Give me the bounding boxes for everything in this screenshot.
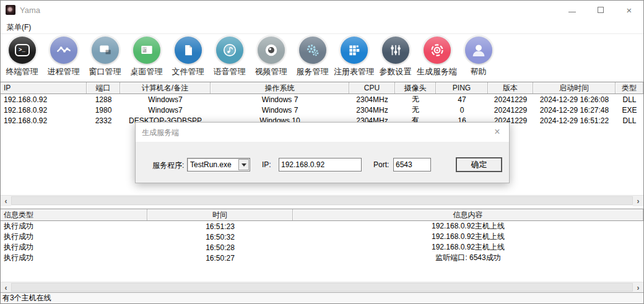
service-program-select[interactable]: TestRun.exe bbox=[187, 158, 250, 172]
person-icon bbox=[465, 37, 492, 64]
camera-eye-icon bbox=[258, 37, 285, 64]
toolbar-audio-management[interactable]: 语音管理 bbox=[209, 37, 250, 77]
column-header-computer-name[interactable]: 计算机名/备注 bbox=[120, 82, 211, 93]
toolbar-video-management[interactable]: 视频管理 bbox=[250, 37, 292, 77]
terminal-icon: >_ bbox=[9, 37, 36, 64]
toolbar-registry-management[interactable]: 注册表管理 bbox=[333, 37, 375, 77]
log-row[interactable]: 执行成功 16:51:23 192.168.0.92主机上线 bbox=[1, 221, 643, 232]
hosts-table-header: IP 端口 计算机名/备注 操作系统 CPU 摄像头 PING 版本 启动时间 … bbox=[1, 82, 643, 94]
toolbar-process-management[interactable]: 进程管理 bbox=[43, 37, 84, 77]
ok-button[interactable]: 确定 bbox=[456, 157, 502, 172]
port-field[interactable] bbox=[393, 158, 431, 172]
column-header-message-content[interactable]: 信息内容 bbox=[293, 209, 643, 220]
toolbar-help[interactable]: 帮助 bbox=[458, 37, 499, 77]
scroll-right-icon[interactable]: › bbox=[633, 196, 643, 206]
target-icon bbox=[424, 37, 451, 64]
maximize-button[interactable] bbox=[586, 1, 615, 19]
toolbar-desktop-management[interactable]: 桌面管理 bbox=[126, 37, 167, 77]
column-header-ip[interactable]: IP bbox=[1, 82, 87, 93]
scroll-right-icon[interactable]: › bbox=[633, 282, 643, 293]
maximize-icon bbox=[598, 7, 604, 13]
combo-dropdown-button[interactable] bbox=[238, 159, 249, 170]
title-bar: Yama × bbox=[1, 1, 643, 19]
port-label: Port: bbox=[373, 160, 389, 169]
toolbar-terminal-management[interactable]: >_ 终端管理 bbox=[1, 37, 43, 77]
close-icon: × bbox=[627, 6, 632, 15]
minimize-icon bbox=[568, 12, 576, 12]
app-title: Yama bbox=[20, 6, 40, 15]
hosts-horizontal-scrollbar[interactable]: ‹ › bbox=[1, 195, 643, 206]
ip-field[interactable] bbox=[279, 158, 362, 172]
log-table: 信息类型 时间 信息内容 执行成功 16:51:23 192.168.0.92主… bbox=[1, 209, 643, 281]
column-header-camera[interactable]: 摄像头 bbox=[395, 82, 436, 93]
dialog-close-icon[interactable]: × bbox=[490, 125, 504, 139]
registry-grid-icon bbox=[341, 37, 368, 64]
scrollbar-thumb[interactable] bbox=[11, 283, 633, 292]
dialog-body: 服务程序: TestRun.exe IP: Port: 确定 bbox=[136, 142, 509, 183]
toolbar: >_ 终端管理 进程管理 窗口管理 桌面管理 文件管理 bbox=[1, 33, 643, 82]
process-activity-icon bbox=[50, 37, 77, 64]
scrollbar-thumb[interactable] bbox=[11, 196, 633, 205]
column-header-type[interactable]: 类型 bbox=[616, 82, 643, 93]
sliders-icon bbox=[382, 37, 409, 64]
dialog-title: 生成服务端 bbox=[142, 128, 179, 138]
service-program-value: TestRun.exe bbox=[190, 160, 232, 169]
toolbar-window-management[interactable]: 窗口管理 bbox=[84, 37, 126, 77]
column-header-ping[interactable]: PING bbox=[436, 82, 488, 93]
generate-server-dialog: 生成服务端 × 服务程序: TestRun.exe IP: Port: 确定 bbox=[135, 122, 510, 183]
minimize-button[interactable] bbox=[558, 1, 586, 19]
log-row[interactable]: 执行成功 16:50:27 监听端口: 6543成功 bbox=[1, 253, 643, 263]
audio-note-icon bbox=[216, 37, 243, 64]
column-header-cpu[interactable]: CPU bbox=[349, 82, 395, 93]
column-header-port[interactable]: 端口 bbox=[87, 82, 120, 93]
log-row[interactable]: 执行成功 16:50:32 192.168.0.92主机上线 bbox=[1, 232, 643, 242]
chevron-down-icon bbox=[242, 163, 246, 167]
window-controls: × bbox=[558, 1, 643, 19]
app-window: Yama × 菜单(F) >_ 终端管理 进程管理 窗口管理 bbox=[0, 0, 644, 304]
column-header-os[interactable]: 操作系统 bbox=[211, 82, 349, 93]
host-row[interactable]: 192.168.0.92 1288 Windows7 Windows 7 230… bbox=[1, 94, 643, 105]
online-hosts-status: 有3个主机在线 bbox=[1, 293, 51, 303]
log-horizontal-scrollbar[interactable]: ‹ › bbox=[1, 282, 643, 292]
column-header-message-type[interactable]: 信息类型 bbox=[1, 209, 147, 220]
file-icon bbox=[175, 37, 202, 64]
app-icon bbox=[6, 5, 15, 15]
scroll-left-icon[interactable]: ‹ bbox=[1, 282, 11, 293]
toolbar-service-management[interactable]: 服务管理 bbox=[292, 37, 333, 77]
window-icon bbox=[92, 37, 119, 64]
toolbar-generate-server[interactable]: 生成服务端 bbox=[416, 37, 458, 77]
toolbar-file-management[interactable]: 文件管理 bbox=[167, 37, 209, 77]
column-header-version[interactable]: 版本 bbox=[488, 82, 533, 93]
ip-label: IP: bbox=[262, 160, 271, 169]
desktop-icon bbox=[133, 37, 160, 64]
log-table-header: 信息类型 时间 信息内容 bbox=[1, 209, 643, 221]
toolbar-parameter-settings[interactable]: 参数设置 bbox=[375, 37, 416, 77]
service-program-label: 服务程序: bbox=[152, 160, 184, 171]
log-row[interactable]: 执行成功 16:50:28 192.168.0.92主机上线 bbox=[1, 242, 643, 253]
dialog-title-bar: 生成服务端 × bbox=[136, 123, 509, 142]
gears-icon bbox=[299, 37, 326, 64]
scroll-left-icon[interactable]: ‹ bbox=[1, 196, 11, 206]
status-bar: 有3个主机在线 bbox=[1, 292, 643, 303]
column-header-start-time[interactable]: 启动时间 bbox=[533, 82, 616, 93]
menu-item-file[interactable]: 菜单(F) bbox=[4, 22, 33, 33]
menu-bar: 菜单(F) bbox=[1, 19, 643, 33]
column-header-time[interactable]: 时间 bbox=[147, 209, 293, 220]
host-row[interactable]: 192.168.0.92 1980 Windows7 Windows 7 230… bbox=[1, 105, 643, 115]
close-button[interactable]: × bbox=[615, 1, 643, 19]
